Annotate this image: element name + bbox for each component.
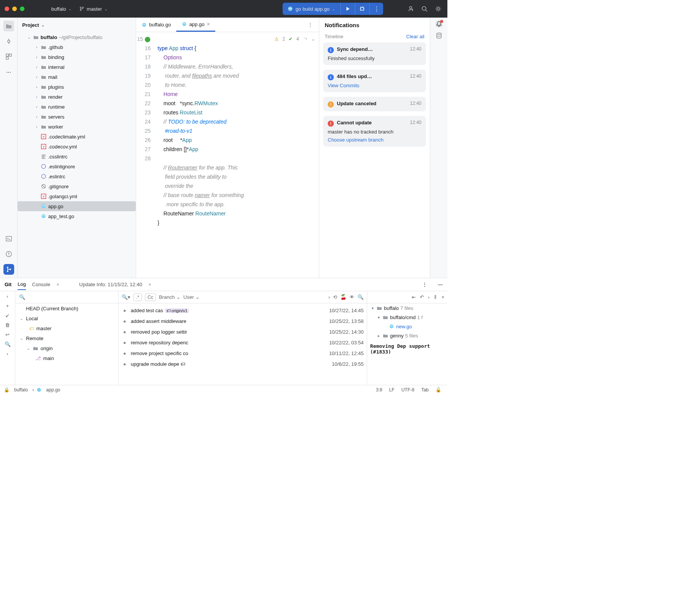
eye-icon[interactable]: 👁: [350, 294, 354, 300]
branch-search[interactable]: 🔍: [15, 291, 118, 303]
update-info-tab[interactable]: Update Info: 11/15/22, 12:40: [79, 279, 142, 290]
regex-filter[interactable]: .*: [133, 293, 142, 301]
settings-icon[interactable]: [434, 4, 443, 13]
next-icon[interactable]: ›: [428, 294, 429, 300]
commit-row[interactable]: ●added test cas🏷 origin/v110/27/22, 14:4…: [119, 305, 367, 316]
tree-file[interactable]: .csslintrc: [18, 152, 136, 161]
indent-setting[interactable]: Tab: [419, 387, 431, 393]
tree-folder[interactable]: ›mail: [18, 72, 136, 82]
notification-card[interactable]: !Cannot update12:40master has no tracked…: [323, 116, 426, 147]
tree-folder[interactable]: ›runtime: [18, 102, 136, 112]
head-branch[interactable]: HEAD (Current Branch): [15, 303, 118, 313]
forward-icon[interactable]: ›: [7, 351, 8, 357]
code-content[interactable]: type App struct { Options // Middleware,…: [154, 32, 319, 278]
minimize-window[interactable]: [12, 7, 17, 11]
go-to-icon[interactable]: ›: [328, 294, 330, 300]
notification-card[interactable]: !Update canceled12:40: [323, 97, 426, 111]
commit-row[interactable]: ●remove project specific co10/11/22, 12:…: [119, 348, 367, 359]
diff-tree-item[interactable]: new.go: [367, 322, 447, 331]
next-highlight-icon[interactable]: ⌄: [311, 34, 315, 44]
project-selector[interactable]: buffalo ⌄: [47, 5, 75, 13]
vcs-tool-icon[interactable]: [3, 264, 14, 275]
tree-file[interactable]: .eslintignore: [18, 161, 136, 171]
tree-folder[interactable]: ›binding: [18, 52, 136, 62]
close-tab-icon[interactable]: ×: [56, 282, 59, 287]
delete-icon[interactable]: 🗑: [5, 322, 10, 328]
project-tree[interactable]: ⌄ buffalo ~/gitProjects/buffalo ›.github…: [18, 32, 136, 278]
line-separator[interactable]: LF: [387, 387, 397, 393]
structure-tool-icon[interactable]: [3, 51, 14, 62]
more-run-button[interactable]: ⋮: [369, 3, 383, 15]
collapse-icon[interactable]: ⇤: [412, 294, 416, 300]
commit-row[interactable]: ●added assert middleware10/25/22, 13:58: [119, 316, 367, 326]
terminal-tool-icon[interactable]: [3, 233, 14, 244]
user-filter[interactable]: User ⌄: [184, 294, 200, 300]
run-button[interactable]: [340, 3, 354, 15]
git-tab[interactable]: Git: [5, 279, 11, 290]
commit-row[interactable]: ●upgrade module depe 🏷10/6/22, 19:55: [119, 359, 367, 369]
inspection-widget[interactable]: ⚠2 ✔4 ㄱ ⌄: [275, 34, 315, 44]
notification-action-link[interactable]: View Commits: [328, 83, 421, 88]
tree-file[interactable]: Y.golangci.yml: [18, 191, 136, 201]
hide-panel-icon[interactable]: —: [438, 282, 443, 287]
close-tab-icon[interactable]: ×: [148, 282, 151, 287]
readonly-icon[interactable]: 🔓: [433, 387, 444, 393]
project-tool-icon[interactable]: [3, 21, 14, 31]
notification-card[interactable]: i484 files upd…12:40View Commits: [323, 70, 426, 92]
checkout-icon[interactable]: ↙: [5, 313, 10, 318]
notification-action-link[interactable]: Choose upstream branch: [328, 137, 421, 143]
diff-tree-item[interactable]: ▸genny 5 files: [367, 331, 447, 340]
find-icon[interactable]: 🔍: [358, 294, 364, 300]
search-icon[interactable]: [420, 4, 429, 13]
branch-master[interactable]: 🏷master: [15, 323, 118, 333]
notification-card[interactable]: iSync depend…12:40Finished successfully: [323, 42, 426, 65]
caret-position[interactable]: 3:8: [374, 387, 385, 393]
tab-options-icon[interactable]: ⋮: [305, 22, 316, 28]
breadcrumb-file[interactable]: app.go: [44, 387, 63, 393]
tree-file[interactable]: app_test.go: [18, 211, 136, 221]
commit-tool-icon[interactable]: [3, 36, 14, 47]
file-encoding[interactable]: UTF-8: [399, 387, 417, 393]
editor-tab[interactable]: buffalo.go: [136, 18, 176, 32]
run-config-selector[interactable]: go build app.go ⌄: [283, 3, 340, 15]
database-tool-icon[interactable]: [436, 32, 442, 39]
tree-folder[interactable]: ›render: [18, 92, 136, 102]
notifications-tool-icon[interactable]: [436, 21, 442, 28]
prev-highlight-icon[interactable]: ㄱ: [303, 34, 307, 44]
code-with-me-icon[interactable]: [406, 4, 415, 13]
breadcrumb-root[interactable]: buffalo: [12, 387, 30, 393]
diff-tree-item[interactable]: ▾buffalo/cmd 1 f: [367, 313, 447, 322]
editor-tab[interactable]: app.go×: [176, 18, 215, 32]
chevron-down-icon[interactable]: ⌄: [41, 23, 44, 27]
tree-root[interactable]: ⌄ buffalo ~/gitProjects/buffalo: [18, 32, 136, 42]
tree-file[interactable]: Y.codecov.yml: [18, 142, 136, 152]
origin-group[interactable]: ⌄origin: [15, 343, 118, 353]
close-tab-icon[interactable]: ×: [207, 21, 210, 27]
tree-folder[interactable]: ›servers: [18, 112, 136, 122]
tree-folder[interactable]: ›worker: [18, 122, 136, 132]
search-icon[interactable]: 🔍▾: [122, 294, 130, 300]
commit-row[interactable]: ●remove repository depenc10/22/22, 03:54: [119, 337, 367, 348]
tree-file[interactable]: app.go: [18, 201, 136, 211]
tree-folder[interactable]: ›internal: [18, 62, 136, 72]
breadcrumb-lock-icon[interactable]: 🔒: [4, 387, 10, 393]
window-controls[interactable]: [5, 7, 24, 11]
refresh-icon[interactable]: ⟲: [333, 294, 337, 300]
log-tab[interactable]: Log: [18, 279, 26, 290]
clear-all-link[interactable]: Clear all: [406, 34, 424, 39]
cherry-pick-icon[interactable]: 🍒: [340, 294, 346, 300]
tree-folder[interactable]: ›plugins: [18, 82, 136, 92]
tree-folder[interactable]: ›.github: [18, 42, 136, 52]
search-icon[interactable]: 🔍: [5, 341, 11, 347]
case-filter[interactable]: Cc: [145, 293, 156, 301]
close-icon[interactable]: ×: [441, 294, 444, 300]
branch-main[interactable]: ⎇main: [15, 353, 118, 363]
debug-button[interactable]: [355, 3, 369, 15]
tree-file[interactable]: Y.codeclimate.yml: [18, 132, 136, 142]
branch-selector[interactable]: master ⌄: [75, 5, 111, 13]
problems-tool-icon[interactable]: [3, 249, 14, 259]
local-group[interactable]: ⌄Local: [15, 313, 118, 323]
console-tab[interactable]: Console: [32, 279, 50, 290]
sync-icon[interactable]: ↩: [5, 332, 10, 337]
tree-file[interactable]: .eslintrc: [18, 171, 136, 181]
